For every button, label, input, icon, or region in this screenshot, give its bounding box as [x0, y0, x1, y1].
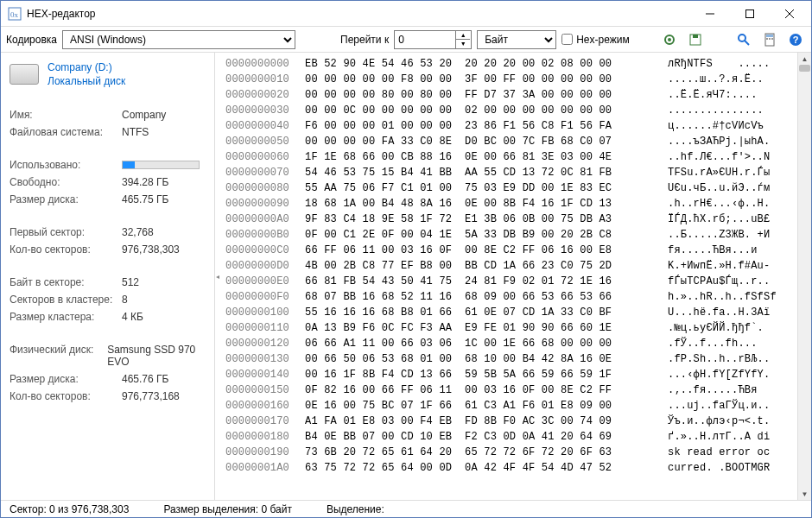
hex-ascii[interactable]: .‚..fя.....ЋВя: [668, 382, 758, 398]
hex-bytes[interactable]: 9F 83 C4 18 9E 58 1F 72 E1 3B 06 0B 00 7…: [305, 212, 650, 227]
hex-row[interactable]: 00000001600E 16 00 75 BC 07 1F 66 61 C3 …: [225, 398, 806, 414]
hex-bytes[interactable]: 66 81 FB 54 43 50 41 75 24 81 F9 02 01 7…: [305, 274, 650, 289]
hex-row[interactable]: 000000008055 AA 75 06 F7 C1 01 00 75 03 …: [225, 180, 806, 196]
hex-row[interactable]: 0000000000EB 52 90 4E 54 46 53 20 20 20 …: [225, 56, 806, 72]
hex-row[interactable]: 00000001500F 82 16 00 66 FF 06 11 00 03 …: [225, 382, 806, 398]
hex-bytes[interactable]: A1 FA 01 E8 03 00 F4 EB FD 8B F0 AC 3C 0…: [305, 414, 650, 429]
hex-row[interactable]: 0000000170A1 FA 01 E8 03 00 F4 EB FD 8B …: [225, 414, 806, 429]
goto-spin-down[interactable]: ▼: [456, 40, 470, 48]
hex-row[interactable]: 0000000180B4 0E BB 07 00 CD 10 EB F2 C3 …: [225, 429, 806, 445]
scroll-up-icon[interactable]: ▲: [798, 53, 811, 65]
hex-bytes[interactable]: 00 00 0C 00 00 00 00 00 02 00 00 00 00 0…: [305, 103, 650, 118]
hex-row[interactable]: 00000000D04B 00 2B C8 77 EF B8 00 BB CD …: [225, 258, 806, 274]
hex-bytes[interactable]: 1F 1E 68 66 00 CB 88 16 0E 00 66 81 3E 0…: [305, 149, 650, 165]
hex-ascii[interactable]: UЄu.чБ..u.йЭ..ѓм: [668, 180, 770, 196]
hex-ascii[interactable]: ..hf.Л€...f'>..N: [668, 149, 770, 165]
hex-row[interactable]: 000000019073 6B 20 72 65 61 64 20 65 72 …: [225, 445, 806, 460]
hex-ascii[interactable]: TFSu.rА»ЄUН.r.Ѓы: [668, 165, 770, 180]
hex-ascii[interactable]: Ўъ.и..флэ‹р¬<.t.: [668, 414, 770, 429]
hex-row[interactable]: 000000012006 66 A1 11 00 66 03 06 1C 00 …: [225, 336, 806, 351]
help-icon[interactable]: ?: [785, 29, 806, 50]
hex-ascii[interactable]: fЃыТCPАu$Ѓщ..r..: [668, 274, 770, 289]
hex-bytes[interactable]: 00 00 00 00 80 00 80 00 FF D7 37 3A 00 0…: [305, 87, 650, 103]
vertical-scrollbar[interactable]: ▲ ▼: [797, 53, 811, 500]
hex-bytes[interactable]: 54 46 53 75 15 B4 41 BB AA 55 CD 13 72 0…: [305, 165, 650, 180]
hex-ascii[interactable]: ..Ё.Ё.яЧ7:....: [668, 87, 758, 103]
hex-bytes[interactable]: 55 AA 75 06 F7 C1 01 00 75 03 E9 DD 00 1…: [305, 180, 650, 196]
scroll-thumb[interactable]: [799, 65, 810, 72]
hex-ascii[interactable]: sk read error oc: [668, 445, 770, 460]
hex-row[interactable]: 000000009018 68 1A 00 B4 48 8A 16 0E 00 …: [225, 196, 806, 212]
hex-row[interactable]: 000000010055 16 16 16 68 B8 01 66 61 0E …: [225, 305, 806, 320]
hex-bytes[interactable]: 0F 82 16 00 66 FF 06 11 00 03 16 0F 00 8…: [305, 382, 650, 398]
calc-icon[interactable]: [759, 29, 780, 50]
hex-bytes[interactable]: F6 00 00 00 01 00 00 00 23 86 F1 56 C8 F…: [305, 118, 650, 134]
hex-row[interactable]: 00000001A063 75 72 72 65 64 00 0D 0A 42 …: [225, 460, 806, 476]
hex-bytes[interactable]: 00 00 00 00 FA 33 C0 8E D0 BC 00 7C FB 6…: [305, 134, 650, 149]
hex-ascii[interactable]: ґ.»..Н.лтГ..A di: [668, 429, 770, 445]
hex-ascii[interactable]: .fP.Sh..h..rBЉ..: [668, 351, 770, 367]
hex-row[interactable]: 000000013000 66 50 06 53 68 01 00 68 10 …: [225, 351, 806, 367]
minimize-button[interactable]: [690, 1, 730, 26]
hex-view[interactable]: 0000000000EB 52 90 4E 54 46 53 20 20 20 …: [220, 53, 811, 500]
hex-bytes[interactable]: 06 66 A1 11 00 66 03 06 1C 00 1E 66 68 0…: [305, 336, 650, 351]
hex-ascii[interactable]: ц......#†сVИсVъ: [668, 118, 764, 134]
hex-bytes[interactable]: 63 75 72 72 65 64 00 0D 0A 42 4F 4F 54 4…: [305, 460, 650, 476]
hex-row[interactable]: 000000014000 16 1F 8B F4 CD 13 66 59 5B …: [225, 367, 806, 382]
hex-bytes[interactable]: 0A 13 B9 F6 0C FC F3 AA E9 FE 01 90 90 6…: [305, 320, 650, 336]
hex-row[interactable]: 00000000601F 1E 68 66 00 CB 88 16 0E 00 …: [225, 149, 806, 165]
hex-row[interactable]: 00000000C066 FF 06 11 00 03 16 0F 00 8E …: [225, 243, 806, 258]
hex-row[interactable]: 000000002000 00 00 00 80 00 80 00 FF D7 …: [225, 87, 806, 103]
hex-ascii[interactable]: .№ц.ьуЄЙЙ.ђђf`.: [668, 320, 764, 336]
close-button[interactable]: [770, 1, 809, 26]
hex-bytes[interactable]: 00 00 00 00 00 F8 00 00 3F 00 FF 00 00 0…: [305, 72, 650, 87]
hex-ascii[interactable]: ...............: [668, 103, 764, 118]
hex-bytes[interactable]: 68 07 BB 16 68 52 11 16 68 09 00 66 53 6…: [305, 289, 650, 305]
hex-bytes[interactable]: 00 16 1F 8B F4 CD 13 66 59 5B 5A 66 59 6…: [305, 367, 650, 382]
scroll-down-icon[interactable]: ▼: [798, 488, 811, 500]
hex-row[interactable]: 000000005000 00 00 00 FA 33 C0 8E D0 BC …: [225, 134, 806, 149]
hex-row[interactable]: 0000000040F6 00 00 00 01 00 00 00 23 86 …: [225, 118, 806, 134]
hex-bytes[interactable]: 4B 00 2B C8 77 EF B8 00 BB CD 1A 66 23 C…: [305, 258, 650, 274]
hex-mode-checkbox[interactable]: [561, 34, 573, 45]
hex-row[interactable]: 00000000F068 07 BB 16 68 52 11 16 68 09 …: [225, 289, 806, 305]
hex-ascii[interactable]: .....ш..?.я.Ё..: [668, 72, 764, 87]
goto-input[interactable]: [395, 34, 455, 46]
hex-row[interactable]: 00000000E066 81 FB 54 43 50 41 75 24 81 …: [225, 274, 806, 289]
hex-ascii[interactable]: U...hё.fa..Н.3Аї: [668, 305, 770, 320]
hex-ascii[interactable]: ...uј..faГЎц.и..: [668, 398, 770, 414]
hex-ascii[interactable]: ..Б.....Z3ЖВ. +И: [668, 227, 770, 243]
goto-unit-select[interactable]: Байт: [477, 30, 556, 49]
save-icon[interactable]: [685, 29, 706, 50]
hex-bytes[interactable]: 0F 00 C1 2E 0F 00 04 1E 5A 33 DB B9 00 2…: [305, 227, 650, 243]
goto-spin-up[interactable]: ▲: [456, 31, 470, 40]
hex-ascii[interactable]: K.+ИwпЁ.»Н.f#Аu-: [668, 258, 770, 274]
hex-ascii[interactable]: лRђNTFS .....: [668, 56, 770, 72]
hex-ascii[interactable]: fя.....ЋВя...и: [668, 243, 758, 258]
hex-ascii[interactable]: curred. .BOOTMGR: [668, 460, 770, 476]
hex-row[interactable]: 00000000B00F 00 C1 2E 0F 00 04 1E 5A 33 …: [225, 227, 806, 243]
hex-ascii[interactable]: .h..rH€...‹ф..Н.: [668, 196, 770, 212]
hex-row[interactable]: 000000001000 00 00 00 00 F8 00 00 3F 00 …: [225, 72, 806, 87]
hex-row[interactable]: 000000003000 00 0C 00 00 00 00 00 02 00 …: [225, 103, 806, 118]
hex-bytes[interactable]: 55 16 16 16 68 B8 01 66 61 0E 07 CD 1A 3…: [305, 305, 650, 320]
hex-ascii[interactable]: ...‹фН.fY[ZfYfY.: [668, 367, 770, 382]
hex-ascii[interactable]: .fЎ..f...fh...: [668, 336, 758, 351]
hex-row[interactable]: 000000007054 46 53 75 15 B4 41 BB AA 55 …: [225, 165, 806, 180]
hex-bytes[interactable]: 00 66 50 06 53 68 01 00 68 10 00 B4 42 8…: [305, 351, 650, 367]
hex-bytes[interactable]: 66 FF 06 11 00 03 16 0F 00 8E C2 FF 06 1…: [305, 243, 650, 258]
hex-bytes[interactable]: EB 52 90 4E 54 46 53 20 20 20 20 00 02 0…: [305, 56, 650, 72]
search-icon[interactable]: [733, 29, 754, 50]
hex-ascii[interactable]: ЇЃД.ћX.rб;...uВ£: [668, 212, 770, 227]
gear-icon[interactable]: [659, 29, 680, 50]
hex-row[interactable]: 00000000A09F 83 C4 18 9E 58 1F 72 E1 3B …: [225, 212, 806, 227]
maximize-button[interactable]: [730, 1, 770, 26]
hex-bytes[interactable]: B4 0E BB 07 00 CD 10 EB F2 C3 0D 0A 41 2…: [305, 429, 650, 445]
hex-ascii[interactable]: h.»..hR..h..fSfSf: [668, 289, 777, 305]
hex-bytes[interactable]: 18 68 1A 00 B4 48 8A 16 0E 00 8B F4 16 1…: [305, 196, 650, 212]
hex-ascii[interactable]: ....ъЗАЋРј.|ыhА.: [668, 134, 770, 149]
hex-bytes[interactable]: 73 6B 20 72 65 61 64 20 65 72 72 6F 72 2…: [305, 445, 650, 460]
hex-bytes[interactable]: 0E 16 00 75 BC 07 1F 66 61 C3 A1 F6 01 E…: [305, 398, 650, 414]
hex-row[interactable]: 00000001100A 13 B9 F6 0C FC F3 AA E9 FE …: [225, 320, 806, 336]
encoding-select[interactable]: ANSI (Windows): [62, 30, 295, 49]
